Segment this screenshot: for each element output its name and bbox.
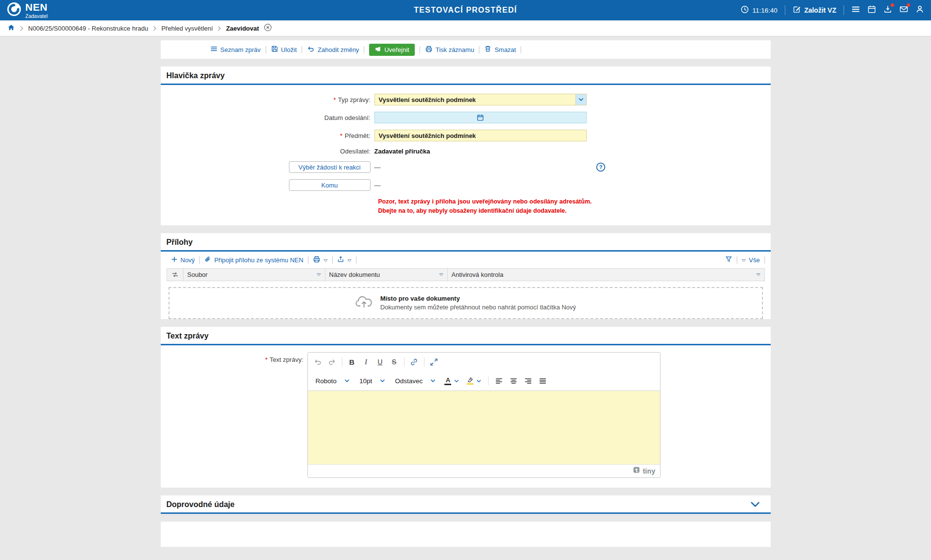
bold-icon[interactable]: B [345,355,359,369]
section-title-message-header: Hlavička zprávy [161,67,771,85]
new-attachment-button[interactable]: Nový [167,256,200,264]
editor-content-area[interactable] [308,390,660,464]
downloads-button[interactable] [883,5,892,16]
print-record-button[interactable]: Tisk záznamu [420,45,479,54]
reaction-request-value: — [374,164,381,171]
subject-input[interactable]: Vysvětlení soutěžních podmínek [374,130,587,141]
column-header-antivirus-check[interactable]: Antivirová kontrola [448,269,764,281]
help-icon[interactable]: ? [596,162,606,172]
message-type-label: * Typ zprávy: [161,96,374,103]
calendar-icon [867,5,876,16]
link-icon[interactable] [407,355,421,369]
field-row-reaction-request: Výběr žádostí k reakci — ? [161,161,771,173]
save-button[interactable]: Uložit [266,45,302,54]
sender-label: Odesílatel: [161,148,374,155]
strikethrough-icon[interactable]: S [388,355,401,369]
view-all-dropdown[interactable]: Vše [737,256,764,264]
block-format-select[interactable]: Odstavec [390,375,440,387]
section-title-attachments: Přílohy [161,233,771,252]
column-filter-icon[interactable] [756,273,761,276]
record-toolbar: Seznam zpráv Uložit Zahodit změny [161,40,771,59]
messages-button[interactable] [899,5,908,16]
align-center-icon[interactable] [507,374,520,388]
calendar-button[interactable] [867,5,876,16]
column-header-document-name[interactable]: Název dokumentu [325,269,448,281]
print-record-label: Tisk záznamu [436,46,474,53]
tiny-brand-label[interactable]: tiny [643,467,655,475]
divider [764,256,765,264]
nen-logo[interactable]: NEN Zadavatel [7,2,48,19]
column-filter-icon[interactable] [439,273,443,276]
export-attachments-button[interactable] [333,255,356,264]
editor-toolbar-row1: B I U S [308,353,660,372]
align-justify-icon[interactable] [536,374,549,388]
attachments-panel: Přílohy Nový Připojit přílohu ze systému… [161,233,771,319]
user-profile-button[interactable] [915,5,924,16]
align-left-icon[interactable] [492,374,506,388]
close-tab-icon[interactable] [264,23,272,33]
server-time: 11:16:40 [741,5,778,15]
editor-toolbar-row2: Roboto 10pt Odstavec A [308,372,660,390]
message-type-select[interactable]: Vysvětlení soutěžních podmínek [374,94,587,105]
datepicker-calendar-icon[interactable] [477,114,484,121]
editor-statusbar: tiny [308,464,660,477]
notification-badge [891,3,894,7]
highlight-color-button[interactable] [463,375,485,387]
document-dropzone[interactable]: Místo pro vaše dokumenty Dokumenty sem m… [169,287,763,319]
tiny-logo-icon [633,466,640,475]
fullscreen-icon[interactable] [427,355,441,369]
menu-button[interactable] [851,5,860,16]
column-settings-button[interactable] [167,269,184,281]
send-date-label: Datum odeslání: [161,114,374,121]
expand-section-chevron-icon[interactable] [750,501,760,508]
print-attachments-button[interactable] [308,255,332,265]
filter-funnel-icon [725,255,732,264]
section-title-message-text: Text zprávy [161,327,771,345]
create-vz-button[interactable]: Založit VZ [793,5,836,15]
message-text-label: * Text zprávy: [161,352,307,478]
message-header-panel: Hlavička zprávy * Typ zprávy: Vysvětlení… [161,67,771,225]
discard-changes-button[interactable]: Zahodit změny [302,45,364,54]
italic-icon[interactable]: I [359,355,373,369]
message-type-dropdown-button[interactable] [576,94,586,105]
attachments-table-header: Soubor Název dokumentu Antivirová kontro… [167,268,765,281]
breadcrumb-item-overview[interactable]: Přehled vysvětlení [161,25,213,32]
home-icon[interactable] [7,24,15,33]
text-color-button[interactable]: A [441,375,462,387]
top-header-bar: NEN Zadavatel TESTOVACÍ PROSTŘEDÍ 11:16:… [0,0,931,20]
chevron-right-icon [20,26,23,31]
publish-button[interactable]: Uveřejnit [369,44,414,56]
breadcrumb-item-contract[interactable]: N006/25/S00000649 - Rekonstrukce hradu [28,25,148,32]
field-row-message-type: * Typ zprávy: Vysvětlení soutěžních podm… [161,94,771,105]
dropdown-arrow-icon [323,256,328,264]
section-title-accompanying-data: Doprovodné údaje [167,500,235,509]
attach-from-nen-button[interactable]: Připojit přílohu ze systému NEN [200,255,308,264]
align-right-icon[interactable] [521,374,535,388]
required-mark: * [340,132,342,139]
chevron-right-icon [153,26,156,31]
delete-button[interactable]: Smazat [479,45,521,54]
svg-text:?: ? [599,164,602,170]
font-family-select[interactable]: Roboto [311,375,355,387]
filter-button[interactable] [721,255,737,264]
redo-icon[interactable] [325,355,339,369]
field-row-subject: * Předmět: Vysvětlení soutěžních podmíne… [161,130,771,141]
hamburger-icon [851,5,860,16]
underline-icon[interactable]: U [373,355,387,369]
field-row-sender: Odesílatel: Zadavatel příručka [161,148,771,155]
select-request-button[interactable]: Výběr žádostí k reakci [289,161,371,173]
nen-logo-icon [7,2,21,18]
undo-icon[interactable] [311,355,325,369]
required-mark: * [265,356,268,363]
message-text-panel: Text zprávy * Text zprávy: B I U [161,327,771,488]
publish-icon [374,46,381,54]
message-list-button[interactable]: Seznam zpráv [205,45,266,54]
column-header-file[interactable]: Soubor [184,269,325,281]
recipients-button[interactable]: Komu [289,179,371,191]
new-attachment-label: Nový [181,256,195,264]
subject-label: * Předmět: [161,132,374,139]
attach-from-nen-label: Připojit přílohu ze systému NEN [214,256,304,264]
column-filter-icon[interactable] [317,273,321,276]
font-size-select[interactable]: 10pt [355,375,389,387]
chevron-right-icon [218,26,221,31]
